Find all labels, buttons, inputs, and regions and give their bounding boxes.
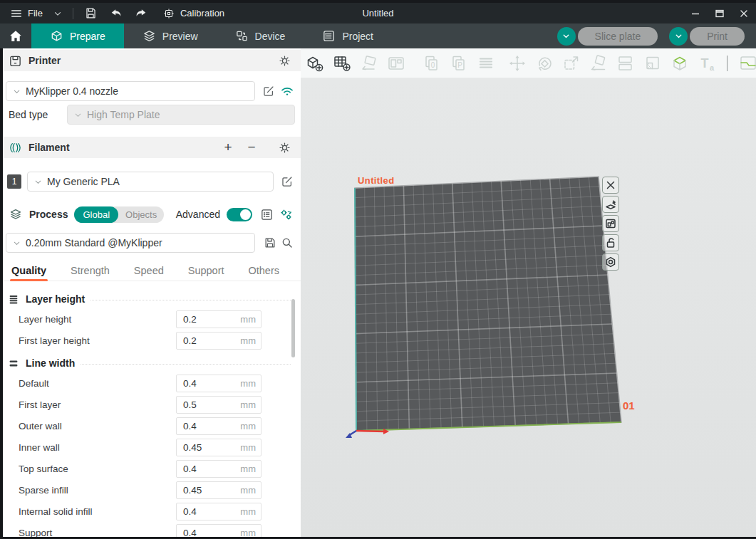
assembly-icon <box>670 53 690 73</box>
tab-preview[interactable]: Preview <box>124 23 217 48</box>
process-tab-support[interactable]: Support <box>188 265 224 281</box>
filament-preset-select[interactable]: My Generic PLA <box>27 172 274 192</box>
layer-height-input[interactable]: 0.2mm <box>176 310 262 328</box>
scope-objects-option[interactable]: Objects <box>118 206 164 223</box>
filament-spool-icon <box>9 141 22 155</box>
delete-plate-icon <box>604 179 617 192</box>
toolbar-separator <box>727 56 727 71</box>
titlebar: File <box>0 3 756 23</box>
process-section-title: Process <box>29 209 68 220</box>
paste-button: P <box>449 53 469 73</box>
internal-solid-infill-input[interactable]: 0.4mm <box>176 503 262 520</box>
filament-settings-button[interactable] <box>276 140 292 155</box>
edit-printer-preset-button[interactable] <box>261 83 276 99</box>
split-button <box>616 53 636 73</box>
bed-type-value: High Temp Plate <box>87 109 160 120</box>
slice-plate-button[interactable]: Slice plate <box>578 27 658 46</box>
tab-project[interactable]: Project <box>304 23 392 48</box>
process-section-header: Process Global Objects Advanced <box>0 204 301 225</box>
setting-row: Top surface0.4mm <box>0 458 301 479</box>
print-button[interactable]: Print <box>690 27 745 46</box>
setting-label: Sparse infill <box>19 485 176 496</box>
search-preset-button[interactable] <box>279 235 295 251</box>
auto-orient-icon <box>359 53 379 73</box>
printer-preset-select[interactable]: MyKlipper 0.4 nozzle <box>6 81 255 101</box>
top-surface-input[interactable]: 0.4mm <box>176 460 262 478</box>
arrange-plate-button[interactable] <box>602 215 619 232</box>
setting-value: 0.4 <box>177 421 240 431</box>
save-preset-button[interactable] <box>262 235 278 251</box>
setting-value: 0.2 <box>177 314 240 325</box>
group-title: Line width <box>26 357 75 369</box>
add-plate-icon <box>332 53 352 73</box>
file-menu-button[interactable]: File <box>6 3 47 23</box>
add-plate-button[interactable] <box>332 53 352 73</box>
redo-button[interactable] <box>132 3 150 23</box>
file-menu-dropdown-button[interactable] <box>47 3 68 23</box>
tab-device[interactable]: Device <box>217 23 304 48</box>
add-object-button[interactable] <box>305 53 325 73</box>
maximize-button[interactable] <box>708 3 732 23</box>
3d-canvas[interactable]: Untitled 01 <box>301 78 756 539</box>
scope-global-option[interactable]: Global <box>74 206 118 223</box>
printer-section-header: Printer <box>0 50 301 71</box>
bed-type-select[interactable]: High Temp Plate <box>67 105 295 125</box>
setting-row: Layer height0.2mm <box>0 308 301 330</box>
search-settings-button[interactable] <box>278 206 294 222</box>
calibration-button[interactable]: Calibration <box>162 7 224 20</box>
undo-button[interactable] <box>107 3 125 23</box>
add-filament-button[interactable]: + <box>219 140 237 155</box>
first-layer-input[interactable]: 0.5mm <box>176 396 262 414</box>
plate-settings-button[interactable] <box>602 253 619 271</box>
setting-value: 0.4 <box>177 464 240 474</box>
setting-label: Top surface <box>19 464 176 474</box>
setting-unit: mm <box>240 464 261 474</box>
setting-unit: mm <box>240 506 261 517</box>
orient-plate-button[interactable] <box>602 196 619 213</box>
chevron-down-icon <box>561 31 571 41</box>
delete-plate-button[interactable] <box>602 177 619 194</box>
calibration-icon <box>162 7 175 20</box>
plate-number-label: 01 <box>623 399 635 412</box>
process-tab-quality[interactable]: Quality <box>11 265 46 281</box>
svg-text:T: T <box>701 56 709 70</box>
close-button[interactable] <box>732 3 756 23</box>
arrange-objects-icon <box>386 53 406 73</box>
lock-plate-button[interactable] <box>602 234 619 251</box>
sparse-infill-input[interactable]: 0.45mm <box>176 481 262 499</box>
inner-wall-input[interactable]: 0.45mm <box>176 439 262 456</box>
preview-icon <box>143 29 156 43</box>
printer-connection-button[interactable] <box>279 83 295 99</box>
printer-settings-button[interactable] <box>276 53 292 68</box>
process-preset-select[interactable]: 0.20mm Standard @MyKlipper <box>6 233 255 253</box>
group-divider <box>81 364 291 365</box>
lock-plate-icon <box>604 236 617 249</box>
home-button[interactable] <box>0 23 31 48</box>
setting-value: 0.45 <box>177 485 240 496</box>
chevron-down-icon <box>73 110 83 120</box>
chevron-down-icon <box>674 31 683 41</box>
default-input[interactable]: 0.4mm <box>176 375 262 392</box>
edit-filament-preset-button[interactable] <box>279 174 295 189</box>
process-tab-speed[interactable]: Speed <box>134 265 164 281</box>
line-width-group-header: Line width <box>0 354 301 372</box>
advanced-toggle[interactable] <box>227 208 252 221</box>
settings-panel: Layer heightLayer height0.2mmFirst layer… <box>0 281 301 539</box>
remove-filament-button[interactable]: − <box>243 140 260 155</box>
build-plate[interactable] <box>301 78 756 538</box>
setting-label: First layer <box>19 399 176 410</box>
setting-unit: mm <box>240 378 261 389</box>
sidebar-scrollbar[interactable] <box>291 299 295 357</box>
detailed-list-button[interactable] <box>259 206 274 222</box>
list-icon <box>260 208 274 221</box>
tab-prepare[interactable]: Prepare <box>31 23 124 48</box>
outer-wall-input[interactable]: 0.4mm <box>176 417 262 435</box>
copy-button: 0 <box>422 53 442 73</box>
first-layer-height-input[interactable]: 0.2mm <box>176 332 262 350</box>
process-tab-others[interactable]: Others <box>248 265 279 281</box>
print-options-dropdown-button[interactable] <box>669 27 688 46</box>
process-tab-strength[interactable]: Strength <box>71 265 110 281</box>
minimize-button[interactable] <box>683 3 708 23</box>
save-button[interactable] <box>82 3 100 23</box>
slice-options-dropdown-button[interactable] <box>557 27 576 46</box>
